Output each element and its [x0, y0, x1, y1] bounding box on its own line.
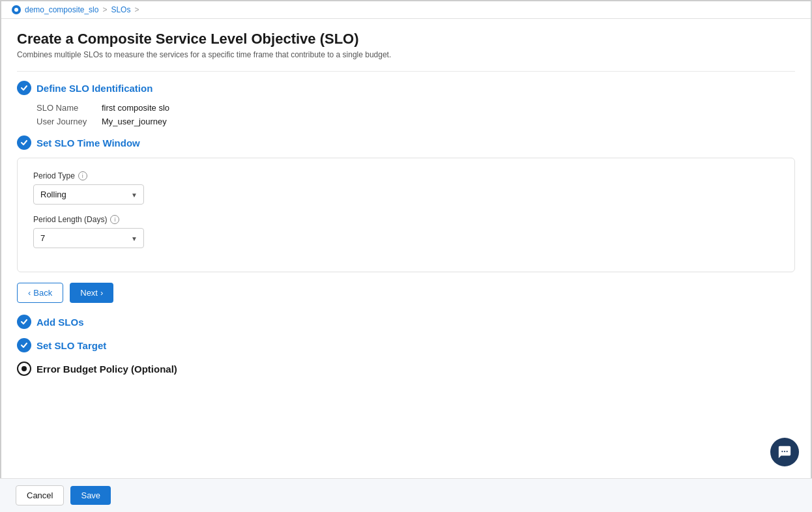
time-window-box: Period Type i Rolling Calendar ▼ Period … [17, 158, 795, 272]
svg-point-0 [14, 8, 18, 12]
back-label: Back [33, 288, 52, 298]
next-label: Next [80, 288, 98, 298]
section-define-slo-title: Define SLO Identification [36, 83, 152, 94]
section-add-slos-title: Add SLOs [36, 317, 84, 328]
circle-inner-5 [22, 366, 27, 371]
slo-name-value: first composite slo [102, 103, 169, 113]
check-circle-3 [17, 315, 31, 329]
period-type-select[interactable]: Rolling Calendar [33, 184, 144, 205]
check-circle-2 [17, 135, 31, 150]
breadcrumb-slos[interactable]: SLOs [111, 5, 130, 14]
breadcrumb-bar: demo_composite_slo > SLOs > [1, 1, 811, 19]
check-circle-4 [17, 338, 31, 352]
period-type-group: Period Type i Rolling Calendar ▼ [33, 171, 779, 205]
section-add-slos-header[interactable]: Add SLOs [17, 315, 795, 329]
next-button[interactable]: Next › [70, 283, 113, 303]
check-circle-1 [17, 81, 31, 95]
period-length-select[interactable]: 7 14 30 [33, 228, 144, 248]
section-define-slo-header[interactable]: Define SLO Identification [17, 81, 795, 95]
user-journey-value: My_user_journey [102, 117, 167, 126]
section-error-budget-header[interactable]: Error Budget Policy (Optional) [17, 362, 795, 376]
page-title: Create a Composite Service Level Objecti… [17, 31, 795, 48]
slo-name-row: SLO Name first composite slo [36, 103, 795, 113]
section-error-budget-title: Error Budget Policy (Optional) [36, 363, 177, 375]
period-length-select-wrapper: 7 14 30 ▼ [33, 228, 144, 248]
divider-top [17, 71, 795, 72]
section-time-window-title: Set SLO Time Window [36, 137, 140, 149]
section-slo-target-title: Set SLO Target [36, 340, 106, 351]
nav-buttons: ‹ Back Next › [17, 283, 795, 303]
period-type-label: Period Type i [33, 171, 779, 180]
section-slo-target-header[interactable]: Set SLO Target [17, 338, 795, 352]
svg-point-2 [784, 451, 785, 452]
breadcrumb-sep1: > [102, 5, 107, 14]
section-time-window: Set SLO Time Window Period Type i Rollin… [17, 135, 795, 272]
footer-bar: Cancel Save [0, 478, 812, 512]
circle-outline-5 [17, 362, 31, 376]
section-time-window-header[interactable]: Set SLO Time Window [17, 135, 795, 150]
back-button[interactable]: ‹ Back [17, 283, 63, 303]
period-type-info-icon[interactable]: i [78, 171, 87, 180]
main-content: Create a Composite Service Level Objecti… [1, 19, 811, 474]
back-chevron-icon: ‹ [28, 288, 31, 298]
breadcrumb-sep2: > [134, 5, 139, 14]
slo-name-label: SLO Name [36, 103, 102, 113]
slo-info-grid: SLO Name first composite slo User Journe… [36, 103, 795, 126]
user-journey-row: User Journey My_user_journey [36, 117, 795, 126]
chat-fab-button[interactable] [770, 438, 799, 466]
next-chevron-icon: › [100, 288, 103, 298]
svg-point-1 [781, 451, 783, 452]
period-type-select-wrapper: Rolling Calendar ▼ [33, 184, 144, 205]
page-subtitle: Combines multiple SLOs to measure the se… [17, 50, 795, 59]
section-define-slo: Define SLO Identification SLO Name first… [17, 81, 795, 126]
section-error-budget: Error Budget Policy (Optional) [17, 362, 795, 376]
section-add-slos: Add SLOs [17, 315, 795, 329]
period-length-label: Period Length (Days) i [33, 215, 779, 224]
cancel-button[interactable]: Cancel [16, 485, 64, 505]
breadcrumb-home[interactable]: demo_composite_slo [25, 5, 98, 14]
svg-point-3 [787, 451, 788, 452]
user-journey-label: User Journey [36, 117, 102, 126]
section-slo-target: Set SLO Target [17, 338, 795, 352]
period-length-info-icon[interactable]: i [110, 215, 119, 224]
period-length-group: Period Length (Days) i 7 14 30 ▼ [33, 215, 779, 248]
breadcrumb-icon [12, 5, 21, 14]
save-button[interactable]: Save [70, 486, 111, 505]
